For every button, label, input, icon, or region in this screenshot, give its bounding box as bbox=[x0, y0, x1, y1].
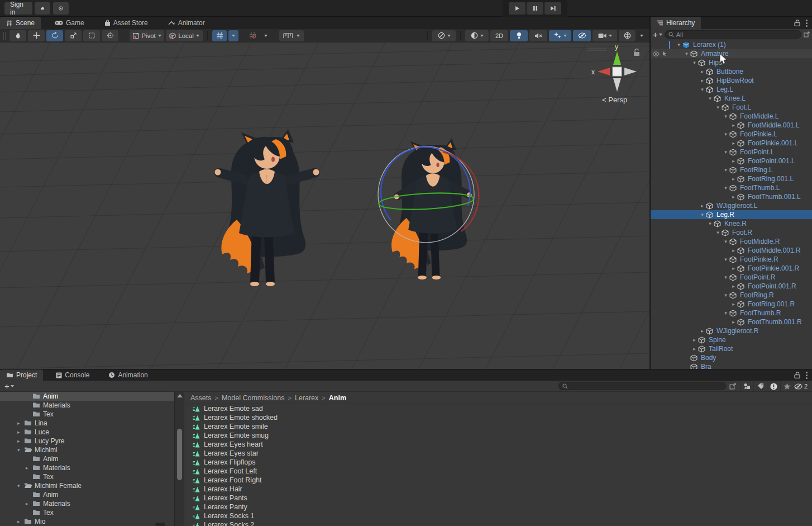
breadcrumb-item[interactable]: Model Commissions bbox=[222, 394, 285, 402]
hierarchy-row[interactable]: TailRoot bbox=[651, 344, 812, 353]
folder-row[interactable]: Anim bbox=[0, 490, 174, 499]
hierarchy-row[interactable]: Bra bbox=[651, 362, 812, 369]
search-by-label-button[interactable] bbox=[753, 381, 767, 391]
unlock-icon[interactable] bbox=[794, 372, 800, 378]
scene-visibility-toggle[interactable] bbox=[573, 30, 591, 41]
expander-icon[interactable] bbox=[691, 346, 698, 352]
hierarchy-row[interactable]: FootMiddle.L bbox=[651, 112, 812, 121]
view-tab[interactable]: Game bbox=[49, 17, 90, 29]
hierarchy-row[interactable]: FootThumb.R bbox=[651, 309, 812, 318]
view-tab[interactable]: Animator bbox=[162, 17, 211, 29]
hierarchy-row[interactable]: FootPinkie.R bbox=[651, 255, 812, 264]
hierarchy-row[interactable]: FootRing.L bbox=[651, 165, 812, 174]
expander-icon[interactable] bbox=[730, 248, 737, 253]
expander-icon[interactable] bbox=[691, 337, 698, 343]
expander-icon[interactable] bbox=[26, 501, 32, 506]
folder-row[interactable]: Michimi Female bbox=[0, 481, 174, 490]
scroll-up-arrow[interactable] bbox=[177, 394, 183, 397]
hierarchy-row[interactable]: Foot.L bbox=[651, 103, 812, 112]
asset-row[interactable]: Lerarex Pants bbox=[185, 494, 812, 503]
folder-row[interactable]: Luce bbox=[0, 428, 174, 437]
hierarchy-row[interactable]: Knee.R bbox=[651, 219, 812, 228]
scene-viewport[interactable]: y x < Persp bbox=[0, 42, 649, 369]
hierarchy-row[interactable]: FootRing.R bbox=[651, 291, 812, 300]
hierarchy-row[interactable]: FootMiddle.001.L bbox=[651, 121, 812, 130]
asset-row[interactable]: Lerarex Eyes star bbox=[185, 449, 812, 458]
2d-mode-toggle[interactable]: 2D bbox=[490, 30, 508, 41]
grid-snap-toggle[interactable] bbox=[245, 30, 260, 41]
folder-row[interactable]: Materials bbox=[0, 401, 174, 410]
projection-mode-label[interactable]: < Persp bbox=[602, 96, 627, 104]
unlock-icon[interactable] bbox=[794, 20, 800, 26]
pause-button[interactable] bbox=[527, 2, 543, 15]
services-button[interactable] bbox=[53, 2, 69, 15]
expander-icon[interactable] bbox=[722, 239, 729, 244]
hierarchy-row[interactable]: Lerarex (1) bbox=[651, 40, 812, 49]
expander-icon[interactable] bbox=[722, 149, 729, 155]
asset-row[interactable]: Lerarex Panty bbox=[185, 503, 812, 511]
asset-row[interactable]: Lerarex Emote smile bbox=[185, 422, 812, 431]
breadcrumb-item[interactable]: > bbox=[322, 395, 325, 401]
breadcrumb-item[interactable]: > bbox=[215, 395, 218, 401]
expander-icon[interactable] bbox=[699, 69, 706, 74]
grid-visibility-dropdown[interactable] bbox=[228, 30, 238, 41]
bottom-tab[interactable]: Console bbox=[50, 369, 95, 381]
hierarchy-row[interactable]: FootPinkie.001.R bbox=[651, 264, 812, 273]
hierarchy-row[interactable]: Foot.R bbox=[651, 228, 812, 237]
expander-icon[interactable] bbox=[730, 194, 737, 200]
hierarchy-row[interactable]: FootThumb.001.L bbox=[651, 192, 812, 201]
expander-icon[interactable] bbox=[17, 429, 24, 435]
expander-icon[interactable] bbox=[699, 212, 706, 217]
folder-tree-scrollbar[interactable] bbox=[175, 392, 184, 526]
open-new-window-icon[interactable] bbox=[804, 31, 810, 37]
folder-row[interactable]: Lina bbox=[0, 419, 174, 428]
expander-icon[interactable] bbox=[722, 292, 729, 298]
grid-snap-dropdown[interactable] bbox=[261, 30, 270, 41]
breadcrumb-item[interactable]: Assets bbox=[190, 394, 212, 402]
breadcrumb-item[interactable]: Anim bbox=[329, 394, 346, 402]
hierarchy-row[interactable]: FootPoint.L bbox=[651, 148, 812, 157]
camera-settings-dropdown[interactable] bbox=[593, 30, 617, 41]
open-search-window-icon[interactable] bbox=[729, 383, 736, 390]
log-warning-button[interactable] bbox=[767, 381, 780, 391]
horizontal-scrollbar-thumb[interactable] bbox=[155, 523, 165, 526]
hierarchy-row[interactable]: Knee.L bbox=[651, 94, 812, 103]
hierarchy-row[interactable]: Armature bbox=[651, 49, 812, 58]
asset-row[interactable]: Lerarex Flipflops bbox=[185, 458, 812, 467]
project-menu-icon[interactable] bbox=[806, 375, 808, 376]
folder-row[interactable]: Tex bbox=[0, 508, 174, 517]
cloud-button[interactable] bbox=[35, 2, 50, 15]
hierarchy-search-input[interactable]: All bbox=[665, 30, 801, 39]
expander-icon[interactable] bbox=[714, 105, 722, 110]
pivot-toggle[interactable]: Pivot bbox=[130, 30, 164, 41]
play-button[interactable] bbox=[509, 2, 526, 15]
grid-visibility-toggle[interactable]: y bbox=[212, 30, 227, 41]
folder-row[interactable]: Materials bbox=[0, 463, 174, 472]
expander-icon[interactable] bbox=[691, 60, 698, 65]
hierarchy-row[interactable]: Spine bbox=[651, 335, 812, 344]
expander-icon[interactable] bbox=[17, 438, 24, 444]
breadcrumb-item[interactable]: Lerarex bbox=[295, 394, 318, 402]
expander-icon[interactable] bbox=[722, 257, 729, 262]
handle-rotation-toggle[interactable]: Local bbox=[166, 30, 203, 41]
folder-row[interactable]: Mio bbox=[0, 517, 174, 526]
rotate-tool-button[interactable] bbox=[46, 30, 63, 41]
expander-icon[interactable] bbox=[17, 483, 24, 489]
shading-mode-dropdown[interactable] bbox=[465, 30, 489, 41]
hierarchy-row[interactable]: Body bbox=[651, 353, 812, 362]
asset-row[interactable]: Lerarex Hair bbox=[185, 485, 812, 494]
folder-row[interactable]: Materials bbox=[0, 499, 174, 508]
project-search-input[interactable] bbox=[558, 382, 726, 390]
snap-increment-button[interactable] bbox=[279, 30, 304, 41]
bottom-tab[interactable]: Animation bbox=[102, 369, 154, 381]
hierarchy-row[interactable]: FootPoint.001.L bbox=[651, 157, 812, 165]
render-debug-dropdown[interactable] bbox=[432, 30, 456, 41]
asset-row[interactable]: Lerarex Socks 2 bbox=[185, 520, 812, 526]
expander-icon[interactable] bbox=[699, 328, 706, 334]
hierarchy-row[interactable]: Buttbone bbox=[651, 67, 812, 76]
breadcrumb[interactable]: Assets>Model Commissions>Lerarex>Anim bbox=[185, 392, 812, 404]
hierarchy-row[interactable]: HipBowRoot bbox=[651, 76, 812, 85]
expander-icon[interactable] bbox=[730, 176, 737, 182]
hierarchy-row[interactable]: FootThumb.001.R bbox=[651, 318, 812, 326]
asset-row[interactable]: Lerarex Emote smug bbox=[185, 431, 812, 440]
